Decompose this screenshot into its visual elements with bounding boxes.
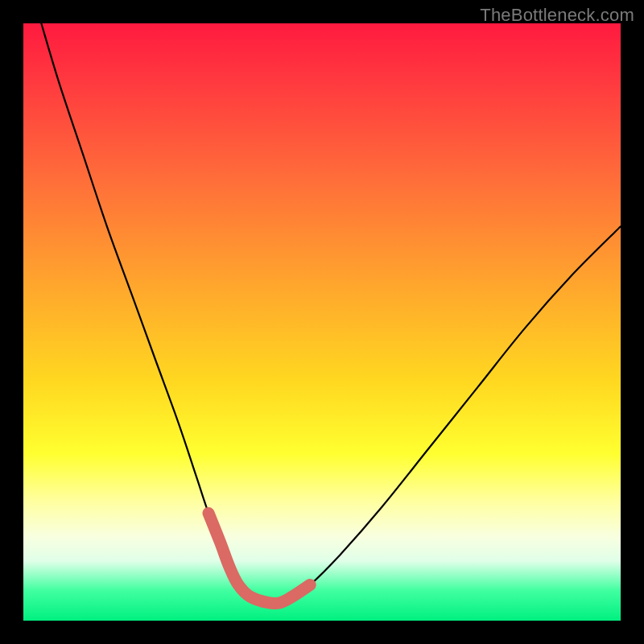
chart-svg bbox=[23, 23, 621, 621]
watermark-text: TheBottleneck.com bbox=[480, 5, 634, 26]
curve-black bbox=[41, 23, 621, 604]
chart-plot-area bbox=[23, 23, 621, 621]
curve-red-highlight bbox=[208, 513, 310, 603]
